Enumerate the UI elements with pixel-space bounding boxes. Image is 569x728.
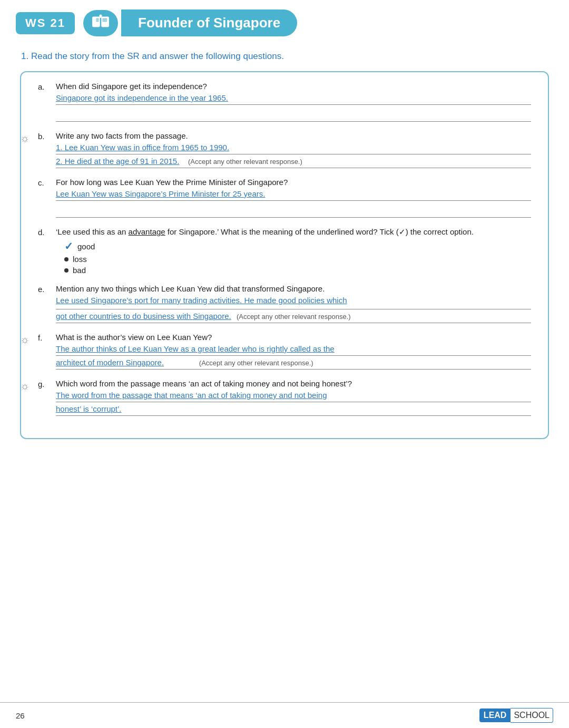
option-good: ✓ good xyxy=(64,240,531,253)
bullet-icon-loss xyxy=(64,257,68,261)
q-f-answer2: architect of modern Singapore. (Accept a… xyxy=(56,358,531,370)
q-f-accept-note: (Accept any other relevant response.) xyxy=(199,359,313,367)
q-a-text: When did Singapore get its independence? xyxy=(56,82,531,91)
q-g-label: g. xyxy=(38,379,50,389)
header-title: Founder of Singapore xyxy=(121,9,297,36)
q-f-text: What is the author’s view on Lee Kuan Ye… xyxy=(56,333,531,342)
q-f-label: f. xyxy=(38,333,50,342)
q-g-text: Which word from the passage means ‘an ac… xyxy=(56,379,531,388)
side-icon-b: ☼ xyxy=(20,132,30,144)
q-a-label: a. xyxy=(38,82,50,91)
side-icon-f: ☼ xyxy=(20,334,30,346)
q-e-answer2: got other countries to do business with … xyxy=(56,312,531,323)
q-b-answer2: 2. He died at the age of 91 in 2015. (Ac… xyxy=(56,157,531,168)
question-c: c. For how long was Lee Kuan Yew the Pri… xyxy=(38,178,531,218)
q-g-answer1: The word from the passage that means ‘an… xyxy=(56,391,531,402)
q-c-blank xyxy=(56,206,531,218)
svg-rect-0 xyxy=(92,16,100,26)
q-e-text: Mention any two things which Lee Kuan Ye… xyxy=(56,284,531,293)
svg-point-6 xyxy=(99,14,102,17)
q-e-accept-note: (Accept any other relevant response.) xyxy=(237,313,351,321)
q-d-options: ✓ good loss bad xyxy=(64,240,531,275)
page-header: WS 21 Founder of Singapore xyxy=(0,0,569,42)
side-icon-g: ☼ xyxy=(20,380,30,392)
q-c-label: c. xyxy=(38,178,50,187)
svg-rect-1 xyxy=(102,16,109,26)
school-label: SCHOOL xyxy=(511,708,553,723)
page-footer: 26 LEAD SCHOOL xyxy=(0,702,569,728)
question-f: ☼ f. What is the author’s view on Lee Ku… xyxy=(38,333,531,370)
bullet-icon-bad xyxy=(64,268,68,273)
q-g-answer2: honest’ is ‘corrupt’. xyxy=(56,404,531,416)
question-e: e. Mention any two things which Lee Kuan… xyxy=(38,284,531,323)
q-b-label: b. xyxy=(38,131,50,141)
question-g: ☼ g. Which word from the passage means ‘… xyxy=(38,379,531,416)
option-loss: loss xyxy=(64,255,531,264)
question-d: d. ‘Lee used this as an advantage for Si… xyxy=(38,227,531,275)
q-e-answer1: Lee used Singapore’s port for many tradi… xyxy=(56,296,531,309)
question-b: ☼ b. Write any two facts from the passag… xyxy=(38,131,531,168)
content-box: a. When did Singapore get its independen… xyxy=(20,71,549,439)
q-b-answer1: 1. Lee Kuan Yew was in office from 1965 … xyxy=(56,143,531,154)
lead-label: LEAD xyxy=(479,708,511,722)
q-f-answer1: The author thinks of Lee Kuan Yew as a g… xyxy=(56,344,531,356)
question-a: a. When did Singapore get its independen… xyxy=(38,82,531,122)
q-b-text: Write any two facts from the passage. xyxy=(56,131,531,140)
checkmark-icon: ✓ xyxy=(64,240,73,253)
header-icon-box xyxy=(83,10,118,36)
q-c-answer: Lee Kuan Yew was Singapore’s Prime Minis… xyxy=(56,189,531,201)
q-d-text: ‘Lee used this as an advantage for Singa… xyxy=(56,227,531,237)
q-a-blank xyxy=(56,110,531,122)
q-b-accept-note: (Accept any other relevant response.) xyxy=(188,158,302,166)
option-bad: bad xyxy=(64,266,531,275)
q-c-text: For how long was Lee Kuan Yew the Prime … xyxy=(56,178,531,187)
rc-icon xyxy=(91,13,111,33)
q-a-answer: Singapore got its independence in the ye… xyxy=(56,93,531,105)
q-d-label: d. xyxy=(38,227,50,237)
lead-school-logo: LEAD SCHOOL xyxy=(479,708,553,723)
main-instruction: 1. Read the story from the SR and answer… xyxy=(0,42,569,67)
page-number: 26 xyxy=(16,711,25,720)
ws-badge: WS 21 xyxy=(16,12,75,34)
q-e-label: e. xyxy=(38,284,50,294)
